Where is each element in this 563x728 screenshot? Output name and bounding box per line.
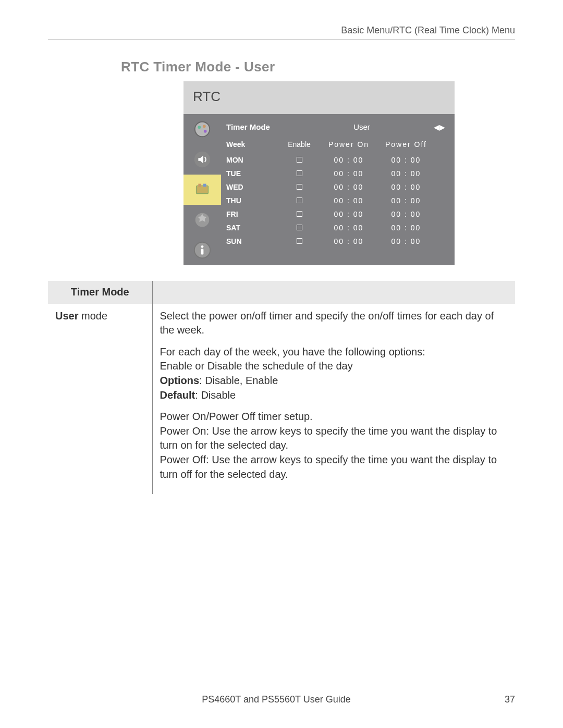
info-icon[interactable] — [183, 235, 221, 265]
osd-enable-checkbox[interactable] — [278, 196, 320, 205]
footer-title: PS4660T and PS5560T User Guide — [48, 694, 505, 705]
desc-p3-l2: Power On: Use the arrow keys to specify … — [160, 425, 497, 451]
col-enable: Enable — [278, 140, 320, 149]
option-icon[interactable] — [183, 205, 221, 235]
osd-enable-checkbox[interactable] — [278, 169, 320, 178]
osd-day: WED — [226, 183, 278, 191]
osd-day: SUN — [226, 237, 278, 245]
osd-enable-checkbox[interactable] — [278, 183, 320, 191]
osd-title: RTC — [183, 81, 455, 114]
desc-p2-l4b: Default — [160, 389, 195, 401]
desc-p2-l3r: : Disable, Enable — [199, 375, 278, 386]
osd-power-on-time[interactable]: 00 : 00 — [320, 224, 377, 232]
divider-top — [48, 39, 515, 40]
osd-power-on-time[interactable]: 00 : 00 — [320, 196, 377, 205]
desc-p2-l4r: : Disable — [195, 389, 236, 401]
osd-power-off-time[interactable]: 00 : 00 — [377, 210, 435, 218]
desc-p2-l3b: Options — [160, 375, 200, 386]
desc-p2: For each day of the week, you have the f… — [160, 345, 508, 402]
description-table: Timer Mode User mode Select the power on… — [48, 281, 515, 494]
svg-point-0 — [195, 122, 210, 137]
breadcrumb: Basic Menu/RTC (Real Time Clock) Menu — [48, 25, 515, 36]
desc-row-content: Select the power on/off timer and specif… — [152, 304, 515, 495]
osd-day-row: FRI00 : 0000 : 00 — [226, 207, 445, 221]
col-week: Week — [226, 140, 278, 149]
osd-mode-value[interactable]: User — [294, 122, 430, 131]
osd-enable-checkbox[interactable] — [278, 156, 320, 164]
osd-power-off-time[interactable]: 00 : 00 — [377, 224, 435, 232]
osd-power-off-time[interactable]: 00 : 00 — [377, 237, 435, 245]
desc-header-right — [152, 281, 515, 304]
osd-panel: RTC Timer — [183, 81, 455, 265]
osd-enable-checkbox[interactable] — [278, 237, 320, 245]
desc-row-label-rest: mode — [78, 310, 107, 322]
osd-power-off-time[interactable]: 00 : 00 — [377, 169, 435, 178]
svg-rect-7 — [203, 184, 206, 187]
desc-p2-l1: For each day of the week, you have the f… — [160, 346, 425, 357]
osd-day: THU — [226, 196, 278, 205]
col-power-on: Power On — [320, 140, 377, 149]
osd-enable-checkbox[interactable] — [278, 224, 320, 232]
osd-content: Timer Mode User ◀▶ Week Enable Power On … — [221, 114, 455, 265]
osd-icon-column — [183, 114, 221, 265]
osd-mode-label: Timer Mode — [226, 122, 294, 131]
svg-point-3 — [204, 130, 207, 133]
osd-day-row: WED00 : 0000 : 00 — [226, 180, 445, 194]
desc-p3: Power On/Power Off timer setup. Power On… — [160, 410, 508, 482]
osd-day-row: TUE00 : 0000 : 00 — [226, 167, 445, 180]
osd-day-row: SAT00 : 0000 : 00 — [226, 221, 445, 235]
osd-column-headers: Week Enable Power On Power Off — [226, 138, 445, 151]
osd-day: TUE — [226, 169, 278, 178]
osd-power-off-time[interactable]: 00 : 00 — [377, 183, 435, 191]
osd-day: SAT — [226, 224, 278, 232]
osd-power-on-time[interactable]: 00 : 00 — [320, 169, 377, 178]
osd-power-on-time[interactable]: 00 : 00 — [320, 156, 377, 164]
desc-row-label-bold: User — [55, 310, 78, 322]
svg-rect-6 — [198, 184, 201, 187]
desc-p3-l1: Power On/Power Off timer setup. — [160, 411, 313, 422]
speaker-icon[interactable] — [183, 144, 221, 175]
svg-point-1 — [198, 126, 201, 129]
desc-p3-l3: Power Off: Use the arrow keys to specify… — [160, 454, 497, 480]
desc-header-left: Timer Mode — [48, 281, 152, 304]
configuration-icon[interactable] — [183, 175, 221, 205]
osd-day: FRI — [226, 210, 278, 218]
desc-row-label: User mode — [48, 304, 152, 495]
palette-icon[interactable] — [183, 114, 221, 144]
desc-p1: Select the power on/off timer and specif… — [160, 309, 508, 338]
osd-enable-checkbox[interactable] — [278, 210, 320, 218]
osd-power-off-time[interactable]: 00 : 00 — [377, 196, 435, 205]
footer-page-number: 37 — [505, 694, 515, 705]
osd-day-row: SUN00 : 0000 : 00 — [226, 235, 445, 248]
osd-power-on-time[interactable]: 00 : 00 — [320, 210, 377, 218]
section-title: RTC Timer Mode - User — [121, 59, 515, 75]
svg-point-10 — [201, 245, 204, 248]
col-power-off: Power Off — [377, 140, 435, 149]
osd-power-on-time[interactable]: 00 : 00 — [320, 183, 377, 191]
left-right-arrow-icon[interactable]: ◀▶ — [430, 123, 445, 131]
svg-point-2 — [203, 125, 206, 128]
desc-p2-l2: Enable or Disable the schedule of the da… — [160, 360, 353, 372]
svg-rect-11 — [201, 249, 204, 254]
footer: PS4660T and PS5560T User Guide 37 — [0, 694, 563, 705]
osd-day-row: MON00 : 0000 : 00 — [226, 153, 445, 167]
osd-day-row: THU00 : 0000 : 00 — [226, 194, 445, 207]
svg-rect-5 — [197, 186, 209, 193]
osd-power-off-time[interactable]: 00 : 00 — [377, 156, 435, 164]
osd-power-on-time[interactable]: 00 : 00 — [320, 237, 377, 245]
osd-day: MON — [226, 156, 278, 164]
